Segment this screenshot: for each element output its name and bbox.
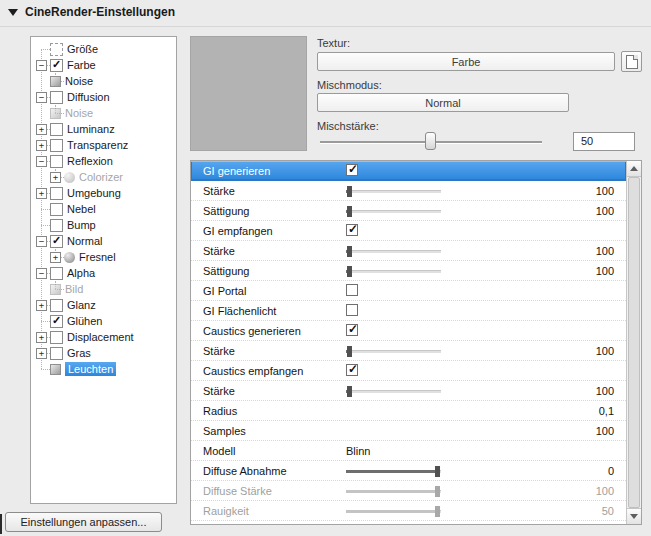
property-row[interactable]: Sättigung 100 <box>191 261 626 281</box>
tree-item[interactable]: + Glanz <box>31 297 176 313</box>
texture-button[interactable]: Farbe <box>317 52 615 71</box>
scroll-down-button[interactable] <box>627 508 641 524</box>
tree-checkbox[interactable] <box>50 331 63 344</box>
property-checkbox[interactable] <box>346 304 358 316</box>
property-checkbox[interactable] <box>346 324 358 336</box>
property-checkbox[interactable] <box>346 224 358 236</box>
tree-expander[interactable]: − <box>36 92 47 103</box>
property-row[interactable]: GI empfangen <box>191 221 626 241</box>
tree-expander[interactable]: + <box>36 140 47 151</box>
slider-thumb[interactable] <box>435 506 440 517</box>
property-slider[interactable] <box>346 481 441 501</box>
property-slider[interactable] <box>346 181 441 201</box>
property-row[interactable]: Caustics empfangen <box>191 361 626 381</box>
tree-checkbox[interactable] <box>50 91 63 104</box>
mix-strength-thumb[interactable] <box>425 132 436 150</box>
slider-thumb[interactable] <box>347 246 352 257</box>
property-row[interactable]: GI generieren <box>191 161 626 181</box>
tree-checkbox[interactable] <box>50 347 63 360</box>
tree-expander[interactable]: − <box>36 156 47 167</box>
slider-thumb[interactable] <box>435 466 440 477</box>
tree-item[interactable]: Leuchten <box>31 361 176 377</box>
tree-checkbox[interactable] <box>50 203 63 216</box>
property-row[interactable]: Diffuse Stärke 100 <box>191 481 626 501</box>
property-slider[interactable] <box>346 261 441 281</box>
tree-checkbox[interactable] <box>50 43 63 56</box>
property-row[interactable]: Radius 0,1 <box>191 401 626 421</box>
tree-expander[interactable]: − <box>36 268 47 279</box>
vertical-scrollbar[interactable] <box>626 161 641 524</box>
panel-header[interactable]: CineRender-Einstellungen <box>8 5 175 19</box>
tree-checkbox[interactable] <box>50 315 63 328</box>
tree-item[interactable]: − Alpha <box>31 265 176 281</box>
property-row[interactable]: Sättigung 100 <box>191 201 626 221</box>
property-row[interactable]: Rauigkeit 50 <box>191 501 626 521</box>
tree-expander[interactable]: + <box>36 300 47 311</box>
property-slider[interactable] <box>346 501 441 521</box>
tree-item[interactable]: + Colorizer <box>31 169 176 185</box>
tree-expander[interactable]: + <box>36 348 47 359</box>
tree-expander[interactable]: + <box>36 124 47 135</box>
property-checkbox[interactable] <box>346 364 358 376</box>
property-slider[interactable] <box>346 381 441 401</box>
mix-strength-slider[interactable] <box>320 131 542 151</box>
tree-item[interactable]: Bild <box>31 281 176 297</box>
slider-thumb[interactable] <box>347 386 352 397</box>
tree-item[interactable]: Noise <box>31 105 176 121</box>
property-row[interactable]: Caustics generieren <box>191 321 626 341</box>
tree-item[interactable]: + Luminanz <box>31 121 176 137</box>
property-slider[interactable] <box>346 201 441 221</box>
mix-mode-button[interactable]: Normal <box>317 93 569 112</box>
tree-checkbox[interactable] <box>50 59 63 72</box>
tree-item[interactable]: − Reflexion <box>31 153 176 169</box>
property-slider[interactable] <box>346 241 441 261</box>
property-checkbox[interactable] <box>346 284 358 296</box>
tree-item[interactable]: − Diffusion <box>31 89 176 105</box>
tree-item[interactable]: Größe <box>31 41 176 57</box>
tree-checkbox[interactable] <box>50 267 63 280</box>
property-row[interactable]: Modell Blinn <box>191 441 626 461</box>
tree-checkbox[interactable] <box>50 299 63 312</box>
tree-item[interactable]: + Displacement <box>31 329 176 345</box>
mix-strength-value-field[interactable]: 50 <box>573 132 635 151</box>
slider-thumb[interactable] <box>435 486 440 497</box>
tree-expander[interactable]: + <box>36 188 47 199</box>
tree-checkbox[interactable] <box>50 235 63 248</box>
tree-item[interactable]: + Gras <box>31 345 176 361</box>
tree-checkbox[interactable] <box>50 139 63 152</box>
scroll-up-button[interactable] <box>627 161 641 177</box>
slider-thumb[interactable] <box>347 186 352 197</box>
tree-item[interactable]: + Fresnel <box>31 249 176 265</box>
property-row[interactable]: Diffuse Abnahme 0 <box>191 461 626 481</box>
property-row[interactable]: Stärke 100 <box>191 341 626 361</box>
property-row[interactable]: Samples 100 <box>191 421 626 441</box>
tree-expander[interactable]: + <box>50 252 61 263</box>
tree-item[interactable]: + Transparenz <box>31 137 176 153</box>
adjust-settings-button[interactable]: Einstellungen anpassen... <box>5 512 162 532</box>
tree-item[interactable]: − Farbe <box>31 57 176 73</box>
tree-checkbox[interactable] <box>50 187 63 200</box>
property-row[interactable]: Stärke 100 <box>191 181 626 201</box>
property-slider[interactable] <box>346 341 441 361</box>
tree-item[interactable]: Nebel <box>31 201 176 217</box>
tree-expander[interactable]: − <box>36 236 47 247</box>
property-slider[interactable] <box>346 461 441 481</box>
slider-thumb[interactable] <box>347 266 352 277</box>
tree-item[interactable]: Noise <box>31 73 176 89</box>
property-checkbox[interactable] <box>346 164 358 176</box>
slider-thumb[interactable] <box>347 206 352 217</box>
property-row[interactable]: Stärke 100 <box>191 381 626 401</box>
tree-checkbox[interactable] <box>50 123 63 136</box>
tree-item[interactable]: + Umgebung <box>31 185 176 201</box>
tree-expander[interactable]: − <box>36 60 47 71</box>
tree-item[interactable]: Glühen <box>31 313 176 329</box>
tree-item[interactable]: Bump <box>31 217 176 233</box>
property-row[interactable]: GI Portal <box>191 281 626 301</box>
tree-checkbox[interactable] <box>50 219 63 232</box>
tree-expander[interactable]: + <box>50 172 61 183</box>
collapse-triangle-icon[interactable] <box>8 9 18 16</box>
tree-expander[interactable]: + <box>36 332 47 343</box>
slider-thumb[interactable] <box>347 346 352 357</box>
texture-menu-button[interactable] <box>621 51 642 72</box>
tree-checkbox[interactable] <box>50 155 63 168</box>
